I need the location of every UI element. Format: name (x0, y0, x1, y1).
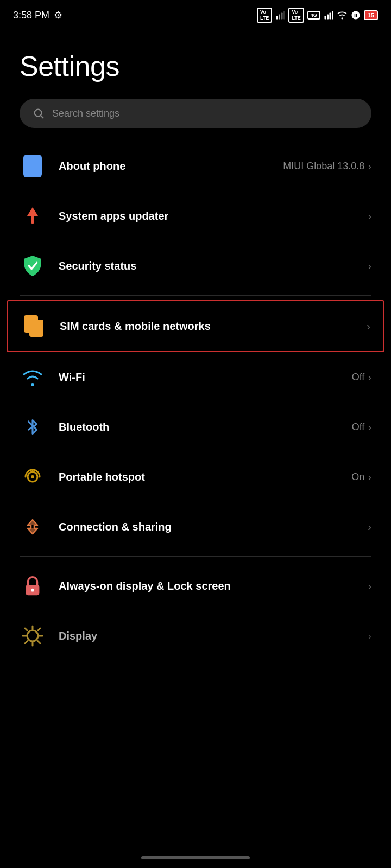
wifi-chevron: › (368, 371, 371, 384)
svg-rect-5 (327, 15, 329, 20)
display-label: Display (59, 630, 355, 642)
svg-rect-1 (279, 15, 280, 20)
svg-rect-7 (332, 11, 333, 20)
bluetooth-right: Off › (352, 421, 371, 433)
signal2-icon (324, 10, 333, 20)
connection-sharing-label: Connection & sharing (59, 521, 355, 533)
hotspot-value: On (351, 471, 364, 483)
system-apps-updater-label: System apps updater (59, 210, 355, 222)
search-bar[interactable]: Search settings (20, 99, 371, 128)
wifi-label: Wi-Fi (59, 371, 339, 384)
svg-rect-4 (324, 16, 326, 20)
hotspot-right: On › (351, 471, 371, 483)
settings-item-wifi[interactable]: Wi-Fi Off › (0, 352, 391, 402)
bluetooth-label: Bluetooth (59, 421, 339, 433)
about-phone-value: MIUI Global 13.0.8 (283, 161, 364, 172)
svg-line-25 (38, 641, 41, 644)
settings-section-top: About phone MIUI Global 13.0.8 › System … (0, 141, 391, 291)
settings-item-bluetooth[interactable]: Bluetooth Off › (0, 402, 391, 452)
divider-2 (20, 556, 371, 557)
status-time: 3:58 PM ⚙ (13, 9, 62, 21)
hotspot-label: Portable hotspot (59, 471, 338, 483)
settings-section-network: SIM cards & mobile networks › Wi-Fi Off … (0, 300, 391, 552)
security-icon (20, 253, 46, 279)
search-container: Search settings (0, 93, 391, 141)
update-icon (20, 203, 46, 229)
status-icons: VoLTE VoLTE 4G 15 (257, 8, 378, 23)
sim-icon (21, 313, 47, 339)
home-indicator (141, 856, 250, 859)
hotspot-status-icon (351, 10, 361, 20)
display-chevron: › (368, 630, 371, 642)
page-header: Settings (0, 28, 391, 93)
phone-icon (20, 153, 46, 179)
signal1-icon (275, 10, 285, 20)
svg-rect-3 (283, 11, 285, 20)
svg-marker-15 (28, 520, 37, 525)
svg-point-13 (31, 475, 34, 478)
volte-icon: VoLTE (257, 8, 272, 23)
sim-cards-right: › (367, 320, 370, 333)
system-apps-updater-right: › (368, 210, 371, 222)
sim-cards-label: SIM cards & mobile networks (60, 320, 354, 333)
4g-icon: 4G (307, 11, 320, 20)
about-phone-label: About phone (59, 160, 270, 173)
connection-sharing-chevron: › (368, 521, 371, 533)
settings-section-display: Always-on display & Lock screen › Displa… (0, 561, 391, 661)
svg-rect-11 (31, 215, 34, 224)
gear-icon: ⚙ (54, 9, 62, 21)
settings-item-about-phone[interactable]: About phone MIUI Global 13.0.8 › (0, 141, 391, 191)
about-phone-right: MIUI Global 13.0.8 › (283, 160, 371, 173)
display-right: › (368, 630, 371, 642)
search-icon (33, 107, 45, 119)
divider-1 (20, 295, 371, 296)
battery-icon: 15 (364, 10, 378, 20)
connection-sharing-right: › (368, 521, 371, 533)
always-on-display-label: Always-on display & Lock screen (59, 580, 355, 592)
hotspot-chevron: › (368, 471, 371, 483)
wifi-right: Off › (352, 371, 371, 384)
settings-item-always-on-display[interactable]: Always-on display & Lock screen › (0, 561, 391, 611)
always-on-display-chevron: › (368, 580, 371, 592)
svg-point-18 (31, 589, 34, 592)
svg-rect-6 (329, 13, 331, 20)
volte2-icon: VoLTE (288, 8, 304, 23)
svg-line-27 (25, 641, 28, 644)
system-apps-updater-chevron: › (368, 210, 371, 222)
svg-marker-16 (28, 528, 37, 534)
svg-point-8 (35, 110, 42, 117)
svg-line-9 (41, 116, 43, 118)
settings-item-hotspot[interactable]: Portable hotspot On › (0, 452, 391, 502)
bluetooth-value: Off (352, 422, 365, 433)
settings-item-system-apps-updater[interactable]: System apps updater › (0, 191, 391, 241)
security-status-label: Security status (59, 260, 355, 272)
settings-item-connection-sharing[interactable]: Connection & sharing › (0, 502, 391, 552)
settings-item-sim-cards[interactable]: SIM cards & mobile networks › (7, 300, 384, 352)
status-bar: 3:58 PM ⚙ VoLTE VoLTE 4G (0, 0, 391, 28)
wifi-value: Off (352, 372, 365, 383)
bluetooth-chevron: › (368, 421, 371, 433)
svg-marker-10 (27, 207, 38, 216)
bluetooth-icon (20, 414, 46, 440)
search-placeholder: Search settings (52, 108, 119, 119)
wifi-status-icon (337, 10, 348, 20)
settings-item-security-status[interactable]: Security status › (0, 241, 391, 291)
svg-rect-0 (276, 16, 278, 20)
about-phone-chevron: › (368, 160, 371, 173)
lock-icon (20, 573, 46, 599)
settings-item-display[interactable]: Display › (0, 611, 391, 661)
always-on-display-right: › (368, 580, 371, 592)
hotspot-icon (20, 464, 46, 490)
svg-rect-2 (281, 13, 283, 20)
security-status-chevron: › (368, 260, 371, 272)
svg-line-26 (38, 628, 41, 631)
sim-cards-chevron: › (367, 320, 370, 333)
display-icon (20, 623, 46, 649)
svg-line-24 (25, 628, 28, 631)
security-status-right: › (368, 260, 371, 272)
svg-point-19 (27, 630, 38, 641)
page-title: Settings (20, 50, 371, 82)
connection-icon (20, 514, 46, 540)
wifi-icon (20, 364, 46, 390)
